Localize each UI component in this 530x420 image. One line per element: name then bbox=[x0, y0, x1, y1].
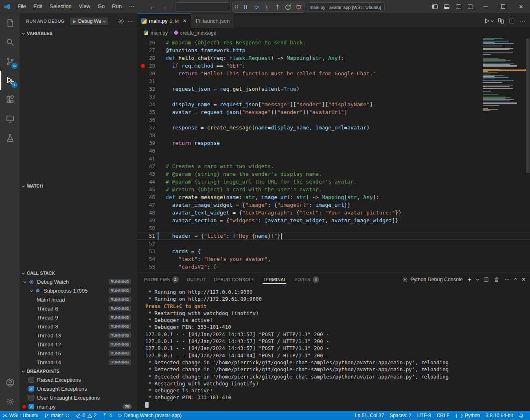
code-line[interactable]: 55 "cardsV2": [ bbox=[137, 263, 530, 271]
editor-scrollbar[interactable] bbox=[526, 37, 530, 272]
step-into-button[interactable] bbox=[262, 2, 272, 12]
terminal-output[interactable]: * Running on http://127.0.0.1:9000 * Run… bbox=[137, 286, 530, 411]
menu-item-view[interactable]: View bbox=[75, 2, 94, 11]
close-panel-icon[interactable]: ✕ bbox=[521, 276, 526, 282]
run-python-file-button[interactable] bbox=[484, 18, 493, 24]
code-line[interactable]: 32 request_json = req.get_json(silent=Tr… bbox=[137, 85, 530, 93]
callstack-row[interactable]: Thread-8RUNNING bbox=[20, 322, 137, 331]
eol-status[interactable]: CRLF bbox=[434, 411, 452, 420]
debug-settings-gear-icon[interactable] bbox=[118, 18, 124, 24]
code-line[interactable]: 49 avatar_section = {"widgets": [avatar_… bbox=[137, 217, 530, 224]
checkbox[interactable] bbox=[28, 395, 34, 400]
gutter[interactable]: 36 bbox=[137, 116, 155, 124]
menu-item-selection[interactable]: Selection bbox=[46, 2, 75, 11]
remote-explorer-icon[interactable] bbox=[0, 109, 20, 128]
code-line[interactable]: 40 bbox=[137, 147, 530, 155]
gutter[interactable]: 35 bbox=[137, 108, 155, 116]
code-line[interactable]: 50 bbox=[137, 224, 530, 232]
breakpoint-icon[interactable] bbox=[141, 64, 145, 68]
remote-indicator[interactable]: >< WSL: Ubuntu bbox=[0, 411, 41, 420]
code-line[interactable]: 51 header = {"title": f"Hey {name}!"} bbox=[137, 232, 530, 240]
panel-tab-output[interactable]: OUTPUT bbox=[187, 273, 206, 286]
gutter[interactable]: 32 bbox=[137, 85, 155, 93]
close-tab-icon[interactable]: ✕ bbox=[183, 18, 186, 24]
settings-gear-icon[interactable] bbox=[0, 392, 20, 411]
tab-main.py[interactable]: main.py2, M✕ bbox=[137, 13, 191, 28]
code-line[interactable]: 46def create_message(name: str, image_ur… bbox=[137, 193, 530, 201]
breakpoint-row[interactable]: User Uncaught Exceptions bbox=[20, 393, 137, 402]
code-line[interactable]: 26# @param {Object} res Response to send… bbox=[137, 39, 530, 46]
kill-terminal-icon[interactable] bbox=[494, 277, 499, 282]
window-title[interactable]: main.py - avatar-app [WSL: Ubuntu] bbox=[307, 2, 385, 12]
callstack-row[interactable]: Thread-13RUNNING bbox=[20, 331, 137, 340]
gutter[interactable]: 55 bbox=[137, 263, 155, 271]
gutter[interactable]: 52 bbox=[137, 240, 155, 247]
gutter[interactable]: 33 bbox=[137, 93, 155, 101]
code-line[interactable]: 45# @return {Object} a card with the use… bbox=[137, 186, 530, 193]
restart-button[interactable] bbox=[283, 2, 293, 12]
stop-button[interactable] bbox=[293, 2, 303, 12]
code-line[interactable]: 36 bbox=[137, 116, 530, 124]
code-line[interactable]: 30 return "Hello! This function must be … bbox=[137, 70, 530, 77]
extensions-icon[interactable] bbox=[0, 90, 20, 109]
code-line[interactable]: 48 avatar_text_widget = {"textParagraph"… bbox=[137, 209, 530, 217]
gutter[interactable]: 29 bbox=[137, 62, 155, 70]
gutter[interactable]: 54 bbox=[137, 255, 155, 263]
code-line[interactable]: 41 bbox=[137, 155, 530, 162]
callstack-row[interactable]: MainThreadRUNNING bbox=[20, 295, 137, 304]
call-stack-section-header[interactable]: CALL STACK bbox=[20, 269, 137, 277]
code-line[interactable]: 37 response = create_message(name=displa… bbox=[137, 124, 530, 131]
code-line[interactable]: 35 avatar = request_json["message"]["sen… bbox=[137, 108, 530, 116]
problems-status[interactable]: 0 2 bbox=[73, 411, 99, 420]
gutter[interactable]: 30 bbox=[137, 70, 155, 77]
command-center-search[interactable] bbox=[175, 2, 230, 12]
forwarded-ports-status[interactable]: 4 bbox=[99, 411, 115, 420]
gutter[interactable]: 40 bbox=[137, 147, 155, 155]
menu-item-file[interactable]: File bbox=[14, 2, 30, 11]
code-line[interactable]: 53 cards = { bbox=[137, 247, 530, 255]
gutter[interactable]: 26 bbox=[137, 39, 155, 46]
code-line[interactable]: 27@functions_framework.http bbox=[137, 46, 530, 54]
callstack-row[interactable]: ◎Debug WatchRUNNING bbox=[20, 277, 137, 286]
watch-section-header[interactable]: WATCH bbox=[20, 182, 137, 190]
breakpoint-row[interactable]: ✓main.py29 bbox=[20, 402, 137, 411]
variables-section-header[interactable]: VARIABLES bbox=[20, 29, 137, 37]
editor-more-actions-icon[interactable]: ⋯ bbox=[520, 18, 525, 24]
open-changes-icon[interactable] bbox=[498, 18, 504, 24]
menu-item-more[interactable]: ⋯ bbox=[125, 2, 138, 11]
pause-button[interactable] bbox=[241, 2, 250, 12]
code-line[interactable]: 52 bbox=[137, 240, 530, 247]
menu-item-go[interactable]: Go bbox=[94, 2, 108, 11]
panel-tab-debug-console[interactable]: DEBUG CONSOLE bbox=[214, 273, 255, 286]
code-line[interactable]: 47 avatar_image_widget = {"image": {"ima… bbox=[137, 201, 530, 209]
source-control-icon[interactable]: 6 bbox=[0, 52, 20, 71]
code-line[interactable]: 34 display_name = request_json["message"… bbox=[137, 101, 530, 108]
new-terminal-icon[interactable]: + bbox=[468, 276, 471, 283]
launch-config-picker[interactable]: ▶ Debug Wa bbox=[70, 18, 108, 25]
minimize-button[interactable] bbox=[476, 0, 494, 13]
menu-item-edit[interactable]: Edit bbox=[30, 2, 46, 11]
gutter[interactable]: 53 bbox=[137, 247, 155, 255]
checkbox[interactable]: ✓ bbox=[28, 404, 34, 409]
breadcrumb-file[interactable]: main.py bbox=[151, 30, 168, 36]
language-mode[interactable]: { } Python bbox=[452, 411, 483, 420]
branch-status[interactable]: main* bbox=[41, 411, 73, 420]
code-line[interactable]: 38 bbox=[137, 131, 530, 139]
gutter[interactable]: 43 bbox=[137, 170, 155, 178]
panel-tab-problems[interactable]: PROBLEMS2 bbox=[144, 273, 179, 286]
toggle-secondary-sidebar-icon[interactable] bbox=[453, 0, 464, 13]
code-line[interactable]: 54 "text": "Here's your avatar", bbox=[137, 255, 530, 263]
gutter[interactable]: 28 bbox=[137, 54, 155, 62]
scrollbar-thumb[interactable] bbox=[526, 39, 530, 173]
testing-icon[interactable] bbox=[0, 128, 20, 147]
code-line[interactable]: 31 bbox=[137, 77, 530, 85]
code-line[interactable]: 28def hello_chat(req: flask.Request) -> … bbox=[137, 54, 530, 62]
customize-layout-icon[interactable] bbox=[464, 0, 476, 13]
gutter[interactable]: 31 bbox=[137, 77, 155, 85]
toggle-panel-icon[interactable] bbox=[441, 0, 453, 13]
tab-launch.json[interactable]: {}launch.json bbox=[191, 13, 234, 28]
gutter[interactable]: 42 bbox=[137, 162, 155, 170]
notifications-bell-icon[interactable] bbox=[516, 411, 527, 420]
cursor-position[interactable]: Ln 51, Col 37 bbox=[352, 411, 387, 420]
callstack-row[interactable]: Thread-9RUNNING bbox=[20, 313, 137, 322]
